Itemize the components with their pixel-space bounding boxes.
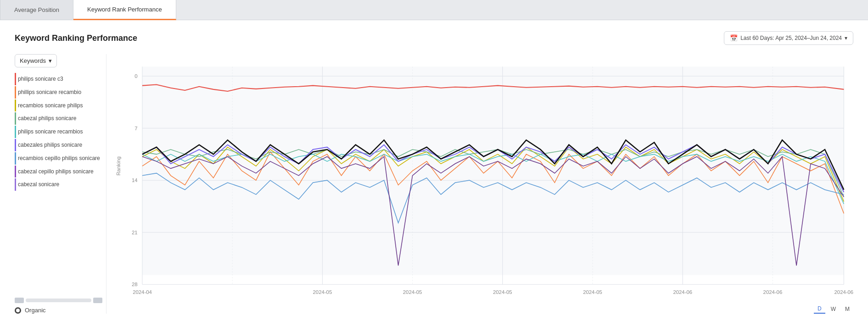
sidebar: Keywords ▾ philips sonicare c3 phillips …	[15, 54, 106, 314]
keyword-item-6[interactable]: cabezales philips sonicare	[15, 139, 102, 151]
svg-text:7: 7	[134, 126, 137, 131]
keywords-chevron-icon: ▾	[49, 57, 52, 64]
svg-text:0: 0	[134, 73, 137, 79]
keyword-item-3[interactable]: recambios sonicare philips	[15, 100, 102, 112]
month-button[interactable]: M	[841, 305, 853, 313]
organic-row: Organic	[15, 307, 102, 314]
svg-text:2024-06: 2024-06	[834, 289, 853, 295]
scroll-track	[26, 299, 91, 302]
scroll-left-btn[interactable]	[15, 298, 24, 303]
dwm-row: D W M	[114, 304, 853, 314]
date-filter-button[interactable]: 📅 Last 60 Days: Apr 25, 2024–Jun 24, 202…	[724, 31, 853, 45]
svg-text:2024-06: 2024-06	[763, 289, 783, 295]
svg-text:2024-05: 2024-05	[493, 289, 512, 295]
keyword-item-2[interactable]: phillips sonicare recambio	[15, 86, 102, 99]
main-content: Keyword Ranking Performance 📅 Last 60 Da…	[0, 20, 868, 321]
svg-text:2024-05: 2024-05	[403, 289, 422, 295]
svg-text:28: 28	[132, 282, 138, 287]
svg-text:2024-04: 2024-04	[133, 289, 152, 295]
organic-label: Organic	[25, 307, 46, 314]
svg-text:2024-05: 2024-05	[313, 289, 332, 295]
content-row: Keywords ▾ philips sonicare c3 phillips …	[15, 54, 853, 314]
tab-average-position[interactable]: Average Position	[0, 0, 73, 20]
svg-text:2024-06: 2024-06	[673, 289, 692, 295]
keywords-dropdown-label: Keywords	[20, 57, 46, 64]
day-button[interactable]: D	[814, 304, 825, 314]
keyword-item-8[interactable]: cabezal cepillo philips sonicare	[15, 166, 102, 178]
tab-bar: Average Position Keyword Rank Performanc…	[0, 0, 868, 20]
page-title: Keyword Ranking Performance	[15, 33, 137, 43]
date-filter-label: Last 60 Days: Apr 25, 2024–Jun 24, 2024	[740, 35, 842, 41]
keyword-item-1[interactable]: philips sonicare c3	[15, 73, 102, 85]
scroll-right-btn[interactable]	[93, 298, 102, 303]
keyword-item-5[interactable]: philips sonicare recambios	[15, 126, 102, 138]
sidebar-scrollbar[interactable]	[15, 298, 102, 303]
svg-text:2024-05: 2024-05	[583, 289, 602, 295]
keyword-item-7[interactable]: recambios cepillo philips sonicare	[15, 152, 102, 165]
svg-text:21: 21	[132, 230, 138, 235]
ranking-chart: 0 7 14 21 28 Ranking 2024-04 2024-05 202…	[114, 54, 853, 302]
keyword-item-9[interactable]: cabezal sonicare	[15, 178, 102, 191]
svg-text:Ranking: Ranking	[116, 156, 121, 176]
tab-keyword-rank[interactable]: Keyword Rank Performance	[73, 0, 176, 20]
chart-area: 0 7 14 21 28 Ranking 2024-04 2024-05 202…	[106, 54, 853, 314]
organic-dot-icon	[15, 307, 21, 314]
chevron-down-icon: ▾	[845, 35, 847, 41]
app-container: Average Position Keyword Rank Performanc…	[0, 0, 868, 321]
keyword-item-4[interactable]: cabezal philips sonicare	[15, 112, 102, 125]
keyword-list[interactable]: philips sonicare c3 phillips sonicare re…	[15, 73, 102, 296]
header-row: Keyword Ranking Performance 📅 Last 60 Da…	[15, 31, 853, 45]
chart-wrapper: 0 7 14 21 28 Ranking 2024-04 2024-05 202…	[114, 54, 853, 302]
svg-text:14: 14	[132, 177, 138, 183]
svg-rect-0	[142, 66, 844, 275]
keywords-dropdown[interactable]: Keywords ▾	[15, 54, 57, 67]
calendar-icon: 📅	[730, 34, 738, 42]
week-button[interactable]: W	[827, 305, 840, 313]
